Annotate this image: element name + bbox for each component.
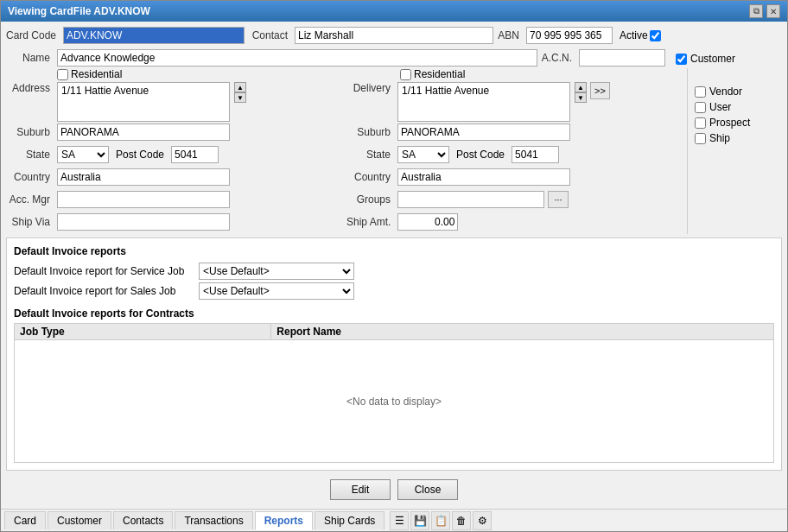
residential-right-row: Residential [400, 68, 683, 80]
user-checkbox[interactable] [695, 102, 706, 113]
ship-amt-row: Ship Amt. [346, 213, 683, 231]
contracts-table-header: Job Type Report Name [15, 324, 773, 340]
abn-label: ABN [497, 29, 523, 41]
delivery-postcode-label: Post Code [456, 149, 505, 161]
acc-mgr-input[interactable] [57, 191, 230, 208]
service-job-select[interactable]: <Use Default> [199, 263, 354, 280]
left-address-block: Residential Address 1/11 Hattie Avenue ▲… [6, 68, 343, 234]
contracts-group: Default Invoice reports for Contracts Jo… [14, 307, 774, 463]
suburb-row: Suburb [6, 124, 343, 141]
delivery-postcode-input[interactable] [512, 146, 559, 163]
delivery-label: Delivery [346, 82, 394, 94]
tab-customer[interactable]: Customer [48, 511, 111, 529]
acn-input[interactable] [579, 49, 665, 66]
right-checkboxes: Customer [676, 51, 742, 65]
save-icon: 💾 [414, 515, 427, 527]
card-code-label: Card Code [6, 29, 60, 41]
contact-input[interactable] [295, 27, 493, 44]
acn-label: A.C.N. [541, 52, 575, 64]
invoice-reports-title: Default Invoice reports [14, 245, 774, 257]
tab-delete-icon-button[interactable]: 🗑 [452, 511, 471, 530]
name-input[interactable] [57, 49, 537, 66]
postcode-label: Post Code [116, 149, 164, 161]
right-panel-checkboxes: Vendor User Prospect Ship [687, 68, 782, 234]
sales-job-label: Default Invoice report for Sales Job [14, 285, 195, 297]
tab-transactions[interactable]: Transactions [175, 511, 252, 529]
restore-button[interactable]: ⧉ [749, 4, 763, 18]
title-bar: Viewing CardFile ADV.KNOW ⧉ ✕ [1, 1, 787, 22]
tab-list-icon-button[interactable]: ☰ [390, 511, 409, 530]
residential-left-checkbox[interactable] [57, 69, 68, 80]
address-scroll-down[interactable]: ▼ [234, 92, 246, 103]
address-label: Address [6, 82, 54, 94]
state-select[interactable]: SA [57, 146, 109, 163]
vendor-checkbox[interactable] [695, 86, 706, 98]
edit-button[interactable]: Edit [330, 479, 391, 500]
address-scroll-up[interactable]: ▲ [234, 82, 246, 92]
abn-input[interactable] [526, 27, 613, 44]
tab-card[interactable]: Card [4, 511, 46, 529]
vendor-label: Vendor [709, 86, 761, 98]
delivery-country-input[interactable] [397, 168, 570, 186]
card-code-input[interactable]: ADV.KNOW [63, 27, 245, 44]
residential-left-label: Residential [71, 68, 122, 80]
service-job-row: Default Invoice report for Service Job <… [14, 263, 774, 280]
ship-via-row: Ship Via [6, 213, 343, 231]
delivery-state-row: State SA Post Code [346, 146, 683, 163]
ship-row: Ship [695, 132, 782, 144]
top-form: Card Code ADV.KNOW Contact ABN Active Na… [6, 27, 782, 234]
state-row: State SA Post Code [6, 146, 343, 163]
ship-checkbox[interactable] [695, 133, 706, 144]
country-input[interactable] [57, 168, 230, 186]
sales-job-select[interactable]: <Use Default> [199, 282, 354, 300]
residential-right-checkbox[interactable] [400, 69, 411, 80]
address-textarea[interactable]: 1/11 Hattie Avenue [57, 82, 230, 122]
close-button[interactable]: Close [397, 479, 458, 500]
groups-row: Groups ··· [346, 191, 683, 208]
ship-amt-input[interactable] [397, 213, 458, 231]
tab-reports[interactable]: Reports [255, 511, 313, 530]
prospect-checkbox[interactable] [695, 117, 706, 129]
tab-settings-icon-button[interactable]: ⚙ [473, 511, 492, 530]
name-label: Name [6, 52, 54, 64]
tab-ship-cards[interactable]: Ship Cards [315, 511, 384, 529]
user-label: User [709, 101, 761, 113]
delivery-suburb-input[interactable] [397, 124, 570, 141]
service-job-label: Default Invoice report for Service Job [14, 265, 195, 277]
suburb-label: Suburb [6, 126, 54, 138]
window-title: Viewing CardFile ADV.KNOW [8, 5, 150, 17]
delete-icon: 🗑 [456, 515, 467, 527]
delivery-state-select[interactable]: SA [397, 146, 449, 163]
active-checkbox[interactable] [650, 30, 661, 41]
acc-mgr-label: Acc. Mgr [6, 193, 54, 206]
copy-delivery-button[interactable]: >> [590, 82, 610, 99]
job-type-col-header: Job Type [15, 324, 271, 339]
delivery-state-label: State [346, 149, 394, 161]
title-bar-controls: ⧉ ✕ [749, 4, 780, 18]
suburb-input[interactable] [57, 124, 230, 141]
tab-save-icon-button[interactable]: 💾 [410, 511, 429, 530]
acc-mgr-row: Acc. Mgr [6, 191, 343, 208]
address-field-group: 1/11 Hattie Avenue [57, 82, 230, 122]
ship-label: Ship [709, 132, 761, 144]
settings-icon: ⚙ [478, 515, 487, 527]
customer-checkbox[interactable] [676, 54, 687, 65]
delivery-field-group: 1/11 Hattie Avenue [397, 82, 570, 122]
reports-section: Default Invoice reports Default Invoice … [6, 238, 782, 471]
close-button[interactable]: ✕ [766, 4, 780, 18]
ship-via-input[interactable] [57, 213, 230, 231]
tab-contacts[interactable]: Contacts [113, 511, 173, 529]
postcode-input[interactable] [171, 146, 219, 163]
prospect-row: Prospect [695, 117, 782, 129]
delivery-scroll: ▲ ▼ [575, 82, 587, 103]
groups-browse-button[interactable]: ··· [548, 191, 569, 208]
delivery-scroll-down[interactable]: ▼ [575, 92, 587, 103]
groups-input[interactable] [397, 191, 544, 208]
delivery-textarea[interactable]: 1/11 Hattie Avenue [397, 82, 570, 122]
vendor-row: Vendor [695, 86, 782, 98]
delivery-scroll-up[interactable]: ▲ [575, 82, 587, 92]
tab-icon-group: ☰ 💾 📋 🗑 ⚙ [390, 511, 492, 530]
address-scroll: ▲ ▼ [234, 82, 246, 103]
tab-copy-icon-button[interactable]: 📋 [431, 511, 450, 530]
sales-job-row: Default Invoice report for Sales Job <Us… [14, 282, 774, 300]
